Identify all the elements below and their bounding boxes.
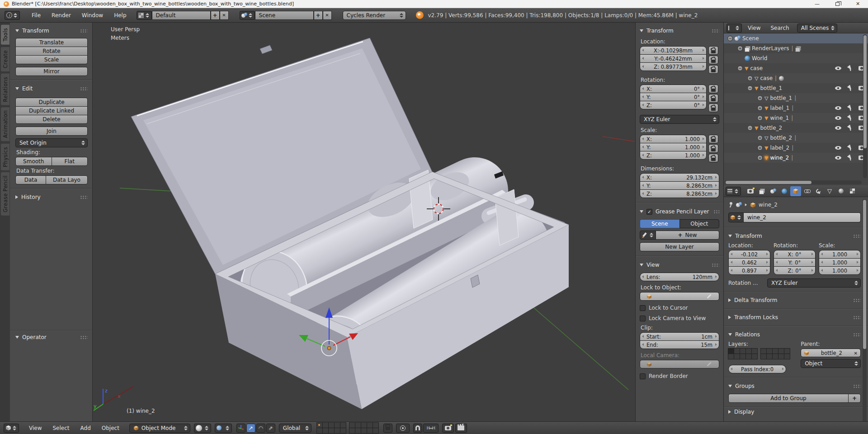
menu-window[interactable]: Window: [76, 12, 108, 19]
delete-layout-button[interactable]: [220, 11, 229, 20]
lock-rotation-x-button[interactable]: [708, 85, 718, 93]
lens-field[interactable]: Lens:120mm: [640, 273, 719, 281]
scale-button[interactable]: Scale: [15, 55, 88, 64]
visibility-toggle[interactable]: [833, 63, 844, 73]
tab-world[interactable]: [779, 186, 790, 196]
minimize-button[interactable]: —: [807, 0, 827, 8]
set-origin-menu[interactable]: Set Origin: [15, 138, 88, 147]
manipulator-toggle[interactable]: [236, 424, 245, 433]
lock-to-cursor-checkbox[interactable]: [640, 305, 646, 311]
scrollbar-thumb[interactable]: [863, 35, 867, 148]
outliner-row-label2[interactable]: + ▼ label_2 |: [724, 143, 868, 153]
add-to-group-button[interactable]: Add to Group: [728, 394, 849, 403]
dimension-z-field[interactable]: Z:8.2863cm: [640, 189, 719, 198]
panel-drag-handle[interactable]: [853, 316, 861, 320]
layout-name-field[interactable]: Default: [152, 11, 211, 20]
expand-toggle-icon[interactable]: +: [757, 135, 763, 141]
tab-scene[interactable]: [768, 186, 778, 196]
visibility-toggle[interactable]: [833, 103, 844, 113]
viewport-shading-select[interactable]: [194, 424, 211, 433]
lock-scale-z-button[interactable]: [708, 154, 718, 162]
scale-z-field[interactable]: Z:1.000: [640, 151, 707, 160]
menu-render[interactable]: Render: [46, 12, 76, 19]
properties-scrollbar[interactable]: [863, 199, 867, 429]
tab-relations[interactable]: Relations: [1, 74, 9, 105]
tab-texture[interactable]: [847, 186, 858, 196]
outliner-display-mode[interactable]: [726, 24, 742, 33]
rotation-z-field[interactable]: Z:0°: [774, 266, 816, 275]
add-layout-button[interactable]: [211, 11, 220, 20]
proportional-edit-select[interactable]: [396, 424, 410, 433]
display-panel-header[interactable]: Display: [728, 407, 861, 416]
outliner-row-label1[interactable]: + ▼ label_1 |: [724, 103, 868, 113]
outliner-row-bottle2-data[interactable]: + ▽ bottle_2 |: [724, 133, 868, 143]
scale-y-field[interactable]: 1.000: [819, 258, 861, 267]
editor-type-selector[interactable]: [4, 424, 19, 433]
editor-type-selector[interactable]: [726, 187, 741, 196]
lock-rotation-y-button[interactable]: [708, 94, 718, 103]
grease-pencil-panel-header[interactable]: Grease Pencil Layer: [640, 207, 719, 216]
rotation-mode-select[interactable]: XYZ Euler: [767, 278, 861, 288]
lock-location-y-button[interactable]: [708, 56, 718, 64]
layers-grid[interactable]: [728, 349, 794, 359]
translate-button[interactable]: Translate: [15, 38, 88, 47]
transform-panel-header[interactable]: Transform: [728, 231, 861, 241]
outliner-vertical-scrollbar[interactable]: [863, 34, 867, 178]
panel-drag-handle[interactable]: [80, 87, 88, 91]
collapse-toggle-icon[interactable]: −: [737, 66, 743, 71]
data-button[interactable]: Data: [15, 175, 46, 184]
tab-object[interactable]: [790, 186, 801, 196]
pivot-point-select[interactable]: [215, 424, 232, 433]
panel-drag-handle[interactable]: [853, 298, 861, 302]
dimension-x-field[interactable]: X:29.132cm: [640, 173, 719, 182]
lock-location-x-button[interactable]: [708, 46, 718, 55]
tab-tools[interactable]: Tools: [1, 25, 9, 45]
location-z-field[interactable]: 0.897: [728, 266, 770, 275]
id-browse-button[interactable]: [728, 212, 744, 222]
outliner-row-bottle1-data[interactable]: + ▽ bottle_1 |: [724, 93, 868, 103]
lock-rotation-z-button[interactable]: [708, 104, 718, 112]
tab-object-data[interactable]: ▽: [824, 186, 835, 196]
location-x-field[interactable]: X:-0.10298mm: [640, 46, 707, 55]
viewport-3d[interactable]: z y x User Persp Meters (1) wine_2: [93, 23, 635, 421]
mode-select[interactable]: Object Mode: [129, 424, 190, 433]
snap-toggle[interactable]: [413, 424, 422, 433]
outliner-filter-select[interactable]: All Scenes: [797, 24, 838, 33]
tab-physics[interactable]: Physics: [1, 144, 9, 170]
rotate-button[interactable]: Rotate: [15, 47, 88, 56]
parent-field[interactable]: bottle_2: [801, 349, 861, 357]
gp-new-layer-button[interactable]: New Layer: [640, 242, 719, 251]
edit-panel-header[interactable]: Edit: [15, 84, 88, 93]
visibility-toggle[interactable]: [833, 83, 844, 93]
expand-toggle-icon[interactable]: +: [737, 46, 743, 51]
layout-browse-button[interactable]: [137, 11, 152, 20]
expand-toggle-icon[interactable]: +: [757, 145, 763, 151]
clip-end-field[interactable]: End:15m: [640, 340, 719, 349]
render-still-button[interactable]: [442, 424, 454, 433]
selectability-toggle[interactable]: [844, 123, 855, 133]
rotation-y-field[interactable]: Y:0°: [640, 93, 707, 101]
location-z-field[interactable]: Z: 0.89773mm: [640, 62, 707, 71]
expand-toggle-icon[interactable]: +: [757, 155, 763, 160]
selectability-toggle[interactable]: [844, 113, 855, 123]
location-y-field[interactable]: Y:-0.46242mm: [640, 54, 707, 63]
panel-drag-handle[interactable]: [853, 234, 861, 238]
lock-to-object-field[interactable]: [640, 292, 719, 301]
location-y-field[interactable]: 0.462: [728, 258, 770, 267]
restore-button[interactable]: [827, 0, 848, 8]
scale-z-field[interactable]: 1.000: [819, 266, 861, 275]
local-camera-field[interactable]: [640, 360, 719, 368]
collapse-togg le-icon[interactable]: −: [747, 125, 753, 131]
selectability-toggle[interactable]: [844, 103, 855, 113]
object-name-input[interactable]: wine_2: [744, 212, 861, 222]
add-scene-button[interactable]: [314, 11, 323, 20]
snap-element-select[interactable]: H↔H: [423, 424, 439, 433]
tab-constraints[interactable]: [802, 186, 812, 196]
shade-flat-button[interactable]: Flat: [52, 157, 88, 166]
tab-modifiers[interactable]: [813, 186, 824, 196]
panel-drag-handle[interactable]: [713, 210, 720, 214]
visibility-toggle[interactable]: [833, 123, 844, 133]
delete-scene-button[interactable]: [323, 11, 332, 20]
tab-grease-pencil[interactable]: Grease Pencil: [1, 172, 9, 216]
panel-drag-handle[interactable]: [80, 195, 88, 199]
